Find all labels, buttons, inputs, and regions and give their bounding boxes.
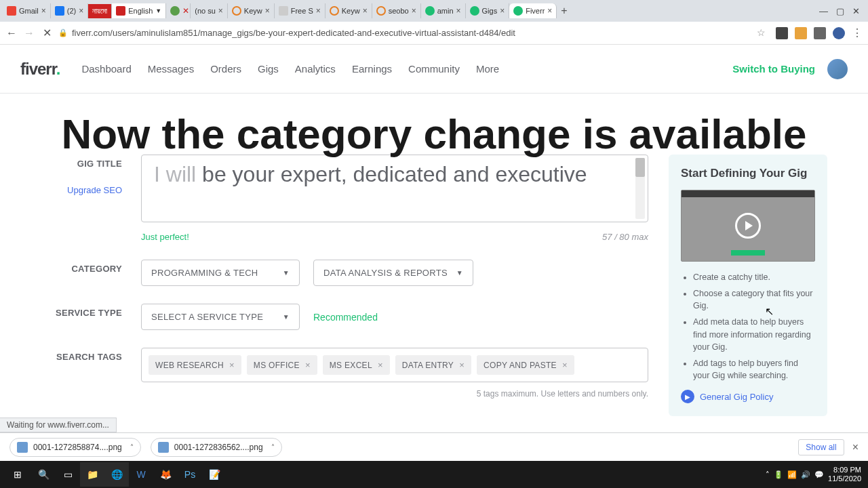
clock[interactable]: 8:09 PM 11/5/2020 — [828, 466, 861, 483]
action-center-icon[interactable]: 💬 — [814, 470, 824, 479]
address-bar: ← → ✕ 🔒 fiverr.com/users/aminulislam851/… — [0, 22, 868, 45]
minimize-icon[interactable]: — — [819, 6, 828, 16]
sidebar-title: Start Defining Your Gig — [681, 167, 815, 180]
nav-analytics[interactable]: Analytics — [295, 63, 336, 75]
photoshop-icon[interactable]: Ps — [178, 462, 202, 487]
menu-icon[interactable]: ⋮ — [852, 26, 863, 39]
search-icon[interactable]: 🔍 — [31, 462, 56, 487]
downloads-bar: 0001-1272858874....png ˄ 0001-1272836562… — [0, 432, 868, 461]
maximize-icon[interactable]: ▢ — [836, 6, 844, 16]
profile-chip[interactable] — [833, 27, 845, 39]
tab-seobo[interactable]: seobo× — [372, 3, 421, 18]
service-type-label: SERVICE TYPE — [41, 304, 141, 330]
notepad-icon[interactable]: 📝 — [202, 462, 226, 487]
nav-orders[interactable]: Orders — [210, 63, 241, 75]
tab-facebook[interactable]: (2)× — [51, 3, 88, 18]
tab-ext3[interactable]: ✕ — [166, 3, 191, 18]
nav-community[interactable]: Community — [408, 63, 460, 75]
nav-gigs[interactable]: Gigs — [258, 63, 279, 75]
bookmark-star-icon[interactable]: ☆ — [757, 27, 769, 39]
nav-more[interactable]: More — [476, 63, 499, 75]
word-icon[interactable]: W — [129, 462, 153, 487]
remove-tag-icon[interactable]: × — [459, 360, 465, 370]
close-icon[interactable]: × — [265, 6, 270, 16]
tab-gmail[interactable]: Gmail× — [3, 3, 51, 18]
remove-tag-icon[interactable]: × — [229, 360, 235, 370]
tab-ext1[interactable]: নায়মো — [88, 4, 112, 18]
close-icon[interactable]: × — [79, 6, 83, 16]
new-tab-button[interactable]: + — [557, 2, 571, 20]
video-icon: ▶ — [681, 390, 694, 403]
tab-keyw2[interactable]: Keyw× — [326, 3, 372, 18]
tags-input[interactable]: WEB RESEARCH× MS OFFICE× MS EXCEL× DATA … — [141, 348, 648, 382]
wifi-icon[interactable]: 📶 — [787, 470, 797, 479]
forward-button[interactable]: → — [23, 27, 35, 39]
tab-amin[interactable]: amin× — [421, 3, 466, 18]
close-icon[interactable]: × — [41, 6, 46, 16]
tab-fiverr-active[interactable]: Fiverr× — [509, 3, 557, 18]
remove-tag-icon[interactable]: × — [305, 360, 311, 370]
download-chip[interactable]: 0001-1272836562....png ˄ — [151, 438, 282, 457]
nav-dashboard[interactable]: Dashboard — [81, 63, 131, 75]
tab-nosu[interactable]: (no su× — [191, 3, 228, 18]
show-all-downloads[interactable]: Show all — [798, 439, 844, 455]
category-select[interactable]: PROGRAMMING & TECH▼ — [141, 260, 300, 286]
tray-chevron-icon[interactable]: ˄ — [766, 470, 770, 479]
close-icon[interactable]: × — [500, 6, 505, 16]
fiverr-logo[interactable]: fiverr. — [20, 60, 60, 79]
close-icon[interactable]: × — [363, 6, 368, 16]
scrollbar[interactable] — [635, 158, 645, 219]
file-explorer-icon[interactable]: 📁 — [80, 462, 104, 487]
close-window-icon[interactable]: ✕ — [852, 6, 860, 16]
remove-tag-icon[interactable]: × — [562, 360, 568, 370]
url-input[interactable]: 🔒 fiverr.com/users/aminulislam851/manage… — [58, 28, 751, 38]
close-downloads-icon[interactable]: × — [852, 441, 859, 453]
tab-free[interactable]: Free S× — [275, 3, 326, 18]
close-icon[interactable]: × — [456, 6, 461, 16]
stop-reload-button[interactable]: ✕ — [41, 26, 53, 39]
subcategory-select[interactable]: DATA ANALYSIS & REPORTS▼ — [313, 260, 473, 286]
close-icon[interactable]: ✕ — [182, 6, 189, 16]
nav-messages[interactable]: Messages — [148, 63, 194, 75]
tag-chip[interactable]: DATA ENTRY× — [395, 355, 471, 375]
volume-icon[interactable]: 🔊 — [801, 470, 810, 479]
tab-keyw1[interactable]: Keyw× — [228, 3, 275, 18]
chevron-down-icon: ▼ — [283, 269, 290, 277]
remove-tag-icon[interactable]: × — [378, 360, 383, 370]
tab-ext2[interactable]: English▼ — [112, 3, 166, 18]
close-icon[interactable]: × — [218, 6, 223, 16]
firefox-icon[interactable]: 🦊 — [153, 462, 178, 487]
start-button[interactable]: ⊞ — [4, 462, 31, 487]
nav-earnings[interactable]: Earnings — [352, 63, 392, 75]
chevron-up-icon[interactable]: ˄ — [130, 443, 134, 451]
back-button[interactable]: ← — [5, 27, 18, 39]
status-bar: Waiting for www.fiverr.com... — [0, 418, 117, 432]
gig-title-input[interactable]: I will be your expert, dedicated and exe… — [141, 155, 648, 222]
chrome-icon[interactable]: 🌐 — [104, 462, 129, 487]
video-thumbnail[interactable] — [681, 190, 815, 262]
battery-icon[interactable]: 🔋 — [774, 470, 783, 479]
service-type-select[interactable]: SELECT A SERVICE TYPE▼ — [141, 304, 300, 330]
tag-chip[interactable]: WEB RESEARCH× — [149, 355, 241, 375]
close-icon[interactable]: × — [547, 6, 552, 16]
upgrade-seo-link[interactable]: Upgrade SEO — [41, 185, 141, 195]
download-chip[interactable]: 0001-1272858874....png ˄ — [9, 438, 141, 457]
switch-to-buying-link[interactable]: Switch to Buying — [732, 63, 815, 75]
extensions-icon[interactable] — [814, 27, 826, 39]
close-icon[interactable]: × — [316, 6, 321, 16]
profile-avatar[interactable] — [827, 59, 848, 79]
gig-policy-link[interactable]: General Gig Policy — [700, 392, 773, 402]
ext-icon-2[interactable] — [795, 27, 807, 39]
ext-icon-1[interactable] — [776, 27, 788, 39]
tag-chip[interactable]: COPY AND PASTE× — [477, 355, 574, 375]
overlay-heading: Now the category change is available — [0, 110, 868, 158]
tag-chip[interactable]: MS EXCEL× — [323, 355, 390, 375]
tag-chip[interactable]: MS OFFICE× — [247, 355, 317, 375]
tab-gigs[interactable]: Gigs× — [466, 3, 510, 18]
close-icon[interactable]: × — [412, 6, 416, 16]
task-view-icon[interactable]: ▭ — [56, 462, 80, 487]
chevron-up-icon[interactable]: ˄ — [271, 443, 275, 451]
play-icon[interactable] — [735, 213, 761, 239]
tip-item: Add meta data to help buyers find more i… — [693, 316, 815, 352]
file-icon — [158, 442, 169, 453]
